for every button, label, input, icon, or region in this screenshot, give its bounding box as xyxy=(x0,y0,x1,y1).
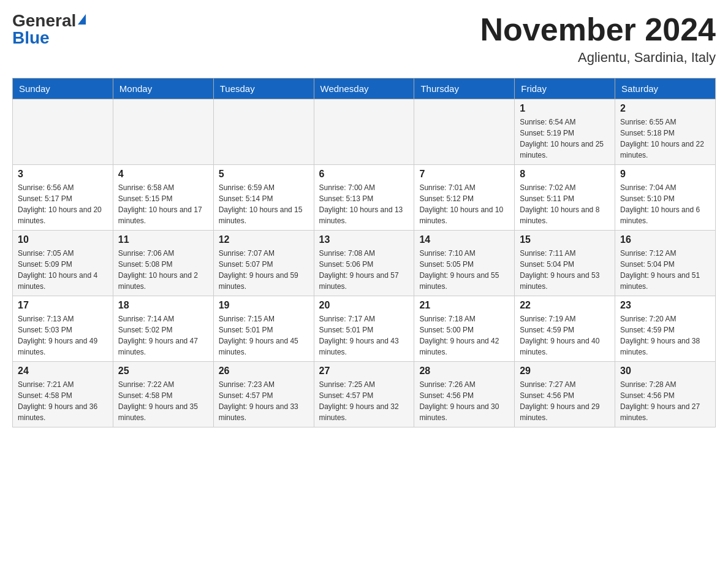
calendar-cell: 25Sunrise: 7:22 AMSunset: 4:58 PMDayligh… xyxy=(113,362,213,427)
day-info: Sunrise: 6:59 AMSunset: 5:14 PMDaylight:… xyxy=(219,182,309,226)
calendar-week-row: 17Sunrise: 7:13 AMSunset: 5:03 PMDayligh… xyxy=(13,296,716,362)
day-number: 3 xyxy=(18,169,108,180)
day-info: Sunrise: 7:21 AMSunset: 4:58 PMDaylight:… xyxy=(18,379,108,423)
day-number: 5 xyxy=(219,169,309,180)
day-info: Sunrise: 7:18 AMSunset: 5:00 PMDaylight:… xyxy=(419,313,509,358)
calendar-cell: 28Sunrise: 7:26 AMSunset: 4:56 PMDayligh… xyxy=(414,362,515,427)
calendar-cell: 11Sunrise: 7:06 AMSunset: 5:08 PMDayligh… xyxy=(113,231,213,296)
calendar-header-friday: Friday xyxy=(515,79,615,99)
day-number: 18 xyxy=(118,300,208,311)
calendar-cell xyxy=(314,99,414,165)
day-info: Sunrise: 7:13 AMSunset: 5:03 PMDaylight:… xyxy=(18,313,108,358)
calendar-week-row: 3Sunrise: 6:56 AMSunset: 5:17 PMDaylight… xyxy=(13,165,716,231)
day-info: Sunrise: 7:25 AMSunset: 4:57 PMDaylight:… xyxy=(319,379,409,423)
calendar-cell xyxy=(13,99,113,165)
calendar-cell: 26Sunrise: 7:23 AMSunset: 4:57 PMDayligh… xyxy=(213,362,314,427)
month-title: November 2024 xyxy=(480,12,716,47)
calendar-cell: 30Sunrise: 7:28 AMSunset: 4:56 PMDayligh… xyxy=(615,362,716,427)
day-info: Sunrise: 6:58 AMSunset: 5:15 PMDaylight:… xyxy=(118,182,208,226)
calendar-header-saturday: Saturday xyxy=(615,79,716,99)
day-info: Sunrise: 7:04 AMSunset: 5:10 PMDaylight:… xyxy=(620,182,710,226)
calendar-cell: 17Sunrise: 7:13 AMSunset: 5:03 PMDayligh… xyxy=(13,296,113,362)
day-number: 28 xyxy=(419,366,509,377)
day-number: 2 xyxy=(620,103,710,114)
calendar-table: SundayMondayTuesdayWednesdayThursdayFrid… xyxy=(12,78,716,427)
day-number: 12 xyxy=(219,234,309,245)
day-info: Sunrise: 7:17 AMSunset: 5:01 PMDaylight:… xyxy=(319,313,409,358)
day-info: Sunrise: 7:11 AMSunset: 5:04 PMDaylight:… xyxy=(520,248,610,292)
day-number: 13 xyxy=(319,234,409,245)
calendar-cell: 22Sunrise: 7:19 AMSunset: 4:59 PMDayligh… xyxy=(515,296,615,362)
day-info: Sunrise: 6:55 AMSunset: 5:18 PMDaylight:… xyxy=(620,117,710,161)
day-info: Sunrise: 7:00 AMSunset: 5:13 PMDaylight:… xyxy=(319,182,409,226)
day-number: 14 xyxy=(419,234,509,245)
calendar-cell xyxy=(414,99,515,165)
day-info: Sunrise: 7:02 AMSunset: 5:11 PMDaylight:… xyxy=(520,182,610,226)
calendar-cell: 27Sunrise: 7:25 AMSunset: 4:57 PMDayligh… xyxy=(314,362,414,427)
day-number: 9 xyxy=(620,169,710,180)
day-info: Sunrise: 7:28 AMSunset: 4:56 PMDaylight:… xyxy=(620,379,710,423)
day-info: Sunrise: 7:19 AMSunset: 4:59 PMDaylight:… xyxy=(520,313,610,358)
calendar-cell: 8Sunrise: 7:02 AMSunset: 5:11 PMDaylight… xyxy=(515,165,615,231)
calendar-cell: 20Sunrise: 7:17 AMSunset: 5:01 PMDayligh… xyxy=(314,296,414,362)
calendar-cell: 4Sunrise: 6:58 AMSunset: 5:15 PMDaylight… xyxy=(113,165,213,231)
day-number: 23 xyxy=(620,300,710,311)
calendar-cell: 3Sunrise: 6:56 AMSunset: 5:17 PMDaylight… xyxy=(13,165,113,231)
day-number: 6 xyxy=(319,169,409,180)
calendar-header-tuesday: Tuesday xyxy=(213,79,314,99)
calendar-cell: 9Sunrise: 7:04 AMSunset: 5:10 PMDaylight… xyxy=(615,165,716,231)
day-info: Sunrise: 6:56 AMSunset: 5:17 PMDaylight:… xyxy=(18,182,108,226)
day-number: 25 xyxy=(118,366,208,377)
day-number: 30 xyxy=(620,366,710,377)
logo-general-text: General xyxy=(12,12,76,29)
logo-triangle-icon xyxy=(78,14,86,25)
calendar-cell: 14Sunrise: 7:10 AMSunset: 5:05 PMDayligh… xyxy=(414,231,515,296)
day-number: 1 xyxy=(520,103,610,114)
calendar-cell: 24Sunrise: 7:21 AMSunset: 4:58 PMDayligh… xyxy=(13,362,113,427)
calendar-cell: 19Sunrise: 7:15 AMSunset: 5:01 PMDayligh… xyxy=(213,296,314,362)
calendar-cell: 21Sunrise: 7:18 AMSunset: 5:00 PMDayligh… xyxy=(414,296,515,362)
day-number: 4 xyxy=(118,169,208,180)
day-number: 8 xyxy=(520,169,610,180)
calendar-header-row: SundayMondayTuesdayWednesdayThursdayFrid… xyxy=(13,79,716,99)
day-number: 15 xyxy=(520,234,610,245)
title-area: November 2024 Aglientu, Sardinia, Italy xyxy=(480,12,716,66)
calendar-header-sunday: Sunday xyxy=(13,79,113,99)
day-info: Sunrise: 7:10 AMSunset: 5:05 PMDaylight:… xyxy=(419,248,509,292)
day-info: Sunrise: 7:12 AMSunset: 5:04 PMDaylight:… xyxy=(620,248,710,292)
calendar-cell: 23Sunrise: 7:20 AMSunset: 4:59 PMDayligh… xyxy=(615,296,716,362)
calendar-cell: 1Sunrise: 6:54 AMSunset: 5:19 PMDaylight… xyxy=(515,99,615,165)
day-info: Sunrise: 6:54 AMSunset: 5:19 PMDaylight:… xyxy=(520,117,610,161)
calendar-header-monday: Monday xyxy=(113,79,213,99)
day-number: 21 xyxy=(419,300,509,311)
day-number: 29 xyxy=(520,366,610,377)
calendar-cell: 6Sunrise: 7:00 AMSunset: 5:13 PMDaylight… xyxy=(314,165,414,231)
location-title: Aglientu, Sardinia, Italy xyxy=(480,50,716,66)
calendar-cell: 15Sunrise: 7:11 AMSunset: 5:04 PMDayligh… xyxy=(515,231,615,296)
day-number: 11 xyxy=(118,234,208,245)
day-number: 19 xyxy=(219,300,309,311)
day-info: Sunrise: 7:26 AMSunset: 4:56 PMDaylight:… xyxy=(419,379,509,423)
calendar-cell: 7Sunrise: 7:01 AMSunset: 5:12 PMDaylight… xyxy=(414,165,515,231)
calendar-cell: 5Sunrise: 6:59 AMSunset: 5:14 PMDaylight… xyxy=(213,165,314,231)
day-info: Sunrise: 7:23 AMSunset: 4:57 PMDaylight:… xyxy=(219,379,309,423)
logo-blue-text: Blue xyxy=(12,29,50,47)
calendar-cell xyxy=(113,99,213,165)
calendar-cell: 18Sunrise: 7:14 AMSunset: 5:02 PMDayligh… xyxy=(113,296,213,362)
day-number: 7 xyxy=(419,169,509,180)
calendar-cell: 12Sunrise: 7:07 AMSunset: 5:07 PMDayligh… xyxy=(213,231,314,296)
day-number: 27 xyxy=(319,366,409,377)
day-info: Sunrise: 7:15 AMSunset: 5:01 PMDaylight:… xyxy=(219,313,309,358)
day-number: 17 xyxy=(18,300,108,311)
calendar-cell: 16Sunrise: 7:12 AMSunset: 5:04 PMDayligh… xyxy=(615,231,716,296)
day-number: 10 xyxy=(18,234,108,245)
day-info: Sunrise: 7:07 AMSunset: 5:07 PMDaylight:… xyxy=(219,248,309,292)
day-number: 26 xyxy=(219,366,309,377)
day-info: Sunrise: 7:05 AMSunset: 5:09 PMDaylight:… xyxy=(18,248,108,292)
day-number: 24 xyxy=(18,366,108,377)
day-number: 22 xyxy=(520,300,610,311)
page-header: General Blue November 2024 Aglientu, Sar… xyxy=(12,12,716,66)
day-info: Sunrise: 7:20 AMSunset: 4:59 PMDaylight:… xyxy=(620,313,710,358)
calendar-cell xyxy=(213,99,314,165)
calendar-week-row: 10Sunrise: 7:05 AMSunset: 5:09 PMDayligh… xyxy=(13,231,716,296)
